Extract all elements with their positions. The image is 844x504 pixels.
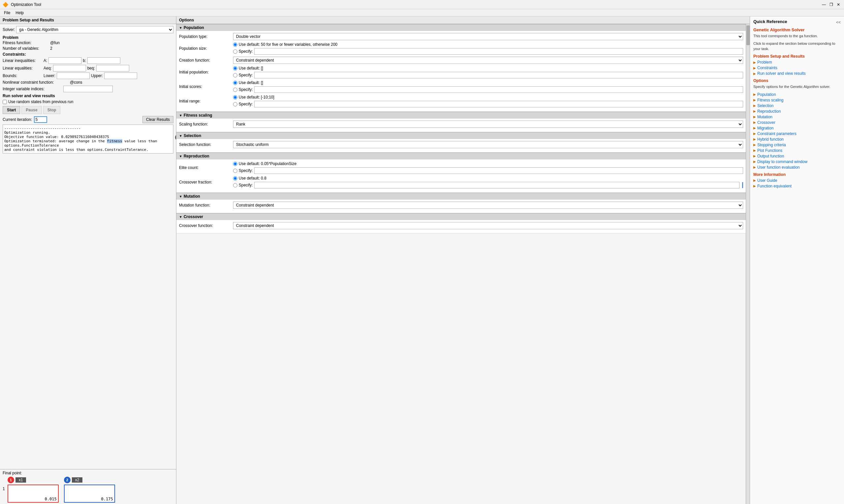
mutation-fn-dropdown[interactable]: Constraint dependent (233, 202, 743, 209)
pause-button[interactable]: Pause (21, 106, 41, 114)
int-var-input[interactable] (63, 86, 113, 92)
a-input[interactable] (49, 57, 82, 64)
fp-value-1: 0.015 (7, 485, 59, 503)
qr-link-run-solver[interactable]: ▶ Run solver and view results (753, 71, 841, 76)
options-header: Options (176, 16, 750, 24)
iteration-row: Current iteration: Clear Results (3, 116, 173, 123)
badge-2: 2 (64, 476, 71, 483)
pop-size-default-radio[interactable] (233, 42, 237, 47)
output-line-3: Objective function value: 0.029892761160… (4, 135, 172, 139)
init-range-specify: Specify: (233, 101, 743, 107)
qr-header: Quick Reference << (753, 19, 841, 25)
qr-link-hybrid-fn-label: Hybrid function (757, 137, 784, 142)
qr-link-constraints-label: Constraints (757, 66, 777, 70)
population-section-label: Population (184, 25, 204, 30)
menu-help[interactable]: Help (13, 10, 27, 16)
crossover-fraction-default-radio[interactable] (233, 176, 237, 181)
elite-count-specify-radio[interactable] (233, 169, 237, 173)
elite-count-row: Elite count: Use default: 0.05*Populatio… (179, 161, 743, 174)
qr-link-user-fn-eval[interactable]: ▶ User function evaluation (753, 165, 841, 170)
qr-link-display-cmd[interactable]: ▶ Display to command window (753, 159, 841, 164)
pop-size-specify-input[interactable] (254, 48, 743, 55)
close-button[interactable]: ✕ (836, 2, 841, 7)
clear-results-button[interactable]: Clear Results (142, 116, 173, 123)
creation-fn-dropdown[interactable]: Constraint dependent (233, 57, 743, 64)
fp-col2-header: 2 x2 (64, 476, 115, 483)
reproduction-header[interactable]: ▼ Reproduction (176, 152, 746, 159)
qr-link-constraint-params[interactable]: ▶ Constraint parameters (753, 131, 841, 136)
creation-fn-label: Creation function: (179, 58, 232, 62)
menu-file[interactable]: File (1, 10, 13, 16)
init-pop-specify-input[interactable] (254, 72, 743, 78)
qr-solver-title: Genetic Algorithm Solver (753, 28, 841, 32)
run-header: Run solver and view results (3, 93, 173, 98)
init-pop-default-radio[interactable] (233, 66, 237, 71)
qr-arrow-user-guide: ▶ (753, 179, 756, 182)
numvars-label: Number of variables: (3, 46, 49, 51)
qr-link-fn-equiv[interactable]: ▶ Function equivalent (753, 184, 841, 188)
init-range-specify-input[interactable] (254, 101, 743, 107)
qr-link-user-guide[interactable]: ▶ User Guide (753, 178, 841, 183)
init-scores-specify-radio[interactable] (233, 88, 237, 92)
init-range-default-radio[interactable] (233, 95, 237, 100)
solver-dropdown[interactable]: ga - Genetic Algorithm (16, 26, 173, 33)
qr-link-constraints[interactable]: ▶ Constraints (753, 66, 841, 70)
options-scrollbar[interactable] (746, 24, 750, 504)
qr-link-display-cmd-label: Display to command window (757, 159, 807, 164)
maximize-button[interactable]: ❐ (828, 2, 834, 7)
crossover-fraction-row: Crossover fraction: Use default: 0.8 Spe… (179, 176, 743, 188)
pop-size-label: Population size: (179, 46, 232, 51)
crossover-fn-dropdown[interactable]: Constraint dependent (233, 222, 743, 229)
qr-link-population[interactable]: ▶ Population (753, 92, 841, 97)
crossover-label: Crossover (184, 214, 203, 219)
qr-link-plot-functions[interactable]: ▶ Plot Functions (753, 148, 841, 153)
fitness-scaling-header[interactable]: ▼ Fitness scaling (176, 112, 746, 119)
aeq-input[interactable] (53, 65, 86, 71)
init-scores-specify-input[interactable] (254, 86, 743, 93)
upper-input[interactable] (104, 72, 137, 79)
qr-link-output-fn[interactable]: ▶ Output function (753, 154, 841, 159)
pop-type-dropdown[interactable]: Double vector (233, 33, 743, 40)
qr-arrow-fn-equiv: ▶ (753, 184, 756, 188)
x1-label: x1 (16, 477, 27, 483)
mutation-header[interactable]: ▼ Mutation (176, 193, 746, 200)
b-input[interactable] (87, 57, 120, 64)
scaling-fn-row: Scaling function: Rank (179, 121, 743, 128)
start-button[interactable]: Start (3, 106, 20, 114)
crossover-fraction-input[interactable] (254, 182, 740, 188)
qr-section-options: Options (753, 78, 841, 83)
title-bar: 🔶 Optimization Tool — ❐ ✕ (0, 0, 844, 9)
reproduction-body: Elite count: Use default: 0.05*Populatio… (176, 159, 746, 193)
qr-collapse-button[interactable]: << (836, 20, 841, 25)
qr-link-problem[interactable]: ▶ Problem (753, 60, 841, 65)
beq-input[interactable] (96, 65, 129, 71)
init-scores-default-radio[interactable] (233, 81, 237, 85)
qr-link-migration[interactable]: ▶ Migration (753, 126, 841, 130)
init-pop-specify-radio[interactable] (233, 73, 237, 77)
qr-link-hybrid-fn[interactable]: ▶ Hybrid function (753, 137, 841, 142)
scaling-fn-dropdown[interactable]: Rank (233, 121, 743, 128)
selection-section-header[interactable]: ▼ Selection (176, 132, 746, 139)
qr-link-fitness-scaling[interactable]: ▶ Fitness scaling (753, 98, 841, 103)
population-section-header[interactable]: ▼ Population (176, 24, 746, 31)
fp-col2: 2 x2 0.175 (64, 476, 115, 503)
crossover-fraction-specify-radio[interactable] (233, 183, 237, 187)
crossover-header[interactable]: ▼ Crossover (176, 213, 746, 220)
qr-link-selection[interactable]: ▶ Selection (753, 104, 841, 108)
lin-ineq-label: Linear inequalities: (3, 58, 42, 63)
qr-link-stopping-criteria[interactable]: ▶ Stopping criteria (753, 143, 841, 147)
elite-count-default-radio[interactable] (233, 162, 237, 166)
random-states-checkbox[interactable] (3, 100, 7, 104)
qr-link-reproduction[interactable]: ▶ Reproduction (753, 109, 841, 114)
qr-link-mutation[interactable]: ▶ Mutation (753, 115, 841, 119)
iteration-input[interactable] (34, 116, 47, 123)
qr-link-crossover[interactable]: ▶ Crossover (753, 120, 841, 125)
elite-count-specify-input[interactable] (254, 167, 743, 174)
selection-fn-dropdown[interactable]: Stochastic uniform (233, 141, 743, 148)
init-range-specify-radio[interactable] (233, 102, 237, 106)
minimize-button[interactable]: — (821, 2, 827, 7)
pop-size-specify-radio[interactable] (233, 49, 237, 54)
lower-input[interactable] (57, 72, 90, 79)
qr-arrow-mutation: ▶ (753, 115, 756, 119)
stop-button[interactable]: Stop (43, 106, 61, 114)
